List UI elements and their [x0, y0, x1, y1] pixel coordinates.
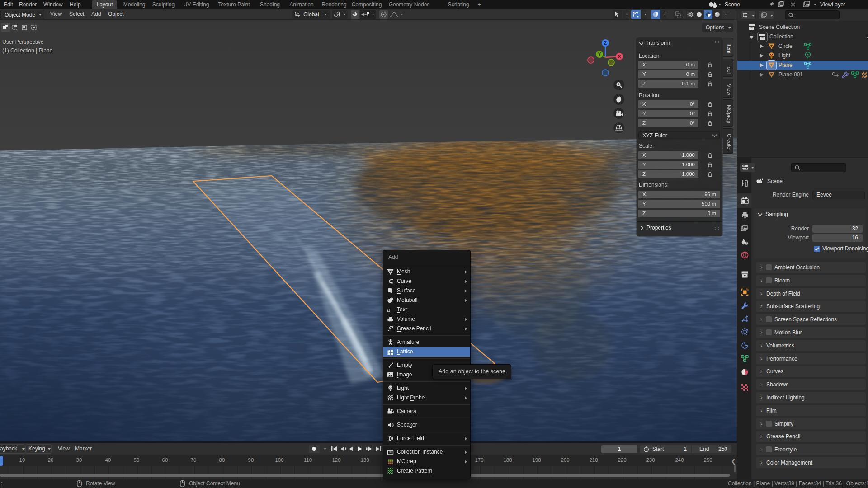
- svg-text:X: X: [618, 54, 621, 59]
- svg-text:Z: Z: [604, 41, 607, 46]
- svg-text:Y: Y: [598, 52, 601, 57]
